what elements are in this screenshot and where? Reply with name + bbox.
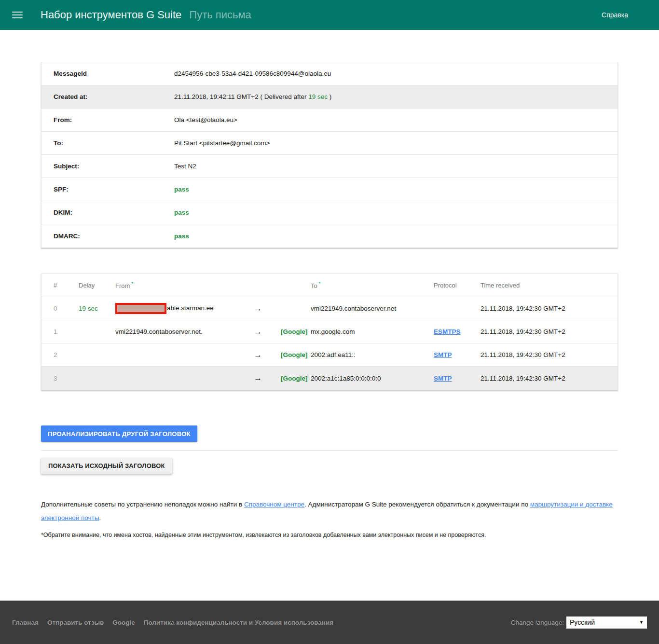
main-content: MessageId d2454956-cbe3-53a4-d421-09586c… — [41, 30, 618, 601]
dkim-status: pass — [174, 209, 189, 216]
page-title: Путь письма — [189, 9, 251, 21]
arrow-icon: → — [254, 327, 281, 337]
created-at-value: 21.11.2018, 19:42:11 GMT+2 ( Delivered a… — [174, 93, 331, 100]
dmarc-status: pass — [174, 233, 189, 240]
hop-time: 21.11.2018, 19:42:30 GMT+2 — [481, 375, 618, 382]
google-tag: [Google] — [281, 351, 311, 358]
hop-row-0: 0 19 sec able.starman.ee → vmi221949.con… — [41, 297, 618, 320]
subject-value: Test N2 — [174, 163, 196, 170]
to-label: To: — [54, 139, 174, 147]
protocol-link[interactable]: SMTP — [434, 375, 452, 382]
troubleshooting-note: Дополнительные советы по устранению непо… — [41, 498, 618, 525]
hop-time: 21.11.2018, 19:42:30 GMT+2 — [481, 328, 618, 335]
hop-from: able.starman.ee — [115, 303, 254, 314]
hop-num: 1 — [54, 328, 79, 335]
col-header-time: Time received — [481, 282, 618, 289]
hops-header-row: # Delay From* To* Protocol Time received — [41, 274, 618, 297]
hops-table: # Delay From* To* Protocol Time received… — [41, 274, 618, 390]
subject-row: Subject: Test N2 — [41, 155, 618, 178]
language-select-wrap: Русский — [566, 617, 647, 629]
from-value: Ola <test@olaola.eu> — [174, 116, 237, 123]
google-tag: [Google] — [281, 328, 311, 335]
language-area: Change language: Русский — [511, 617, 647, 629]
col-header-delay: Delay — [79, 282, 115, 289]
to-value: Pit Start <pitstartee@gmail.com> — [174, 139, 270, 147]
hop-row-1: 1 vmi221949.contaboserver.net. → [Google… — [41, 320, 618, 343]
hop-num: 2 — [54, 351, 79, 358]
col-header-to: To* — [311, 281, 434, 289]
protocol-link[interactable]: SMTP — [434, 351, 452, 358]
show-original-header-button[interactable]: ПОКАЗАТЬ ИСХОДНЫЙ ЗАГОЛОВОК — [41, 458, 172, 474]
spf-label: SPF: — [54, 186, 174, 193]
footer-link-home[interactable]: Главная — [12, 619, 39, 626]
divider — [41, 450, 618, 451]
created-at-row: Created at: 21.11.2018, 19:42:11 GMT+2 (… — [41, 85, 618, 109]
hamburger-menu-icon[interactable] — [12, 10, 23, 20]
col-header-protocol: Protocol — [434, 282, 481, 289]
col-header-from: From* — [115, 281, 254, 289]
analyze-another-header-button[interactable]: ПРОАНАЛИЗИРОВАТЬ ДРУГОЙ ЗАГОЛОВОК — [41, 425, 197, 442]
footer-link-feedback[interactable]: Отправить отзыв — [47, 619, 104, 626]
hop-delay: 19 sec — [79, 305, 115, 312]
arrow-icon: → — [254, 373, 281, 383]
help-center-link[interactable]: Справочном центре — [244, 501, 304, 508]
subject-label: Subject: — [54, 163, 174, 170]
hop-to: 2002:a1c:1a85:0:0:0:0:0 — [311, 375, 434, 382]
message-info-table: MessageId d2454956-cbe3-53a4-d421-09586c… — [41, 62, 618, 248]
hop-num: 3 — [54, 375, 79, 382]
google-tag: [Google] — [281, 375, 311, 382]
created-at-label: Created at: — [54, 93, 174, 100]
arrow-icon: → — [254, 350, 281, 360]
hop-num: 0 — [54, 305, 79, 312]
hop-row-3: 3 → [Google] 2002:a1c:1a85:0:0:0:0:0 SMT… — [41, 367, 618, 390]
from-row: From: Ola <test@olaola.eu> — [41, 109, 618, 132]
hop-to: vmi221949.contaboserver.net — [311, 305, 434, 312]
help-link[interactable]: Справка — [602, 11, 628, 19]
hop-to: 2002:adf:ea11:: — [311, 351, 434, 358]
dkim-label: DKIM: — [54, 209, 174, 216]
protocol-link[interactable]: ESMTPS — [434, 328, 461, 335]
footer-link-privacy-terms[interactable]: Политика конфиденциальности и Условия ис… — [144, 619, 333, 626]
to-footnote-marker: * — [319, 281, 321, 287]
hop-row-2: 2 → [Google] 2002:adf:ea11:: SMTP 21.11.… — [41, 343, 618, 367]
message-id-value: d2454956-cbe3-53a4-d421-09586c809944@ola… — [174, 70, 331, 77]
language-select[interactable]: Русский — [566, 617, 647, 629]
hop-time: 21.11.2018, 19:42:30 GMT+2 — [481, 351, 618, 358]
from-label: From: — [54, 116, 174, 123]
arrow-icon: → — [254, 304, 281, 314]
dmarc-label: DMARC: — [54, 233, 174, 240]
hop-protocol: SMTP — [434, 351, 481, 358]
footer-link-google[interactable]: Google — [112, 619, 135, 626]
to-row: To: Pit Start <pitstartee@gmail.com> — [41, 132, 618, 155]
dmarc-row: DMARC: pass — [41, 224, 618, 247]
hop-time: 21.11.2018, 19:42:30 GMT+2 — [481, 305, 618, 312]
delivered-after-value: 19 sec — [308, 93, 328, 100]
from-footnote-marker: * — [131, 281, 133, 287]
change-language-label: Change language: — [511, 619, 564, 626]
hop-protocol: ESMTPS — [434, 328, 481, 335]
hop-to: mx.google.com — [311, 328, 434, 335]
spf-status: pass — [174, 186, 189, 193]
app-bar: Набор инструментов G Suite Путь письма С… — [0, 0, 659, 30]
dkim-row: DKIM: pass — [41, 201, 618, 224]
hostnames-disclaimer: *Обратите внимание, что имена хостов, на… — [41, 532, 618, 538]
hop-protocol: SMTP — [434, 375, 481, 382]
spf-row: SPF: pass — [41, 178, 618, 201]
col-header-num: # — [54, 282, 79, 289]
footer: Главная Отправить отзыв Google Политика … — [0, 601, 659, 644]
app-title: Набор инструментов G Suite — [41, 9, 181, 21]
message-id-row: MessageId d2454956-cbe3-53a4-d421-09586c… — [41, 62, 618, 85]
hop-from: vmi221949.contaboserver.net. — [115, 328, 254, 335]
redacted-host-box — [115, 303, 166, 314]
message-id-label: MessageId — [54, 70, 174, 77]
